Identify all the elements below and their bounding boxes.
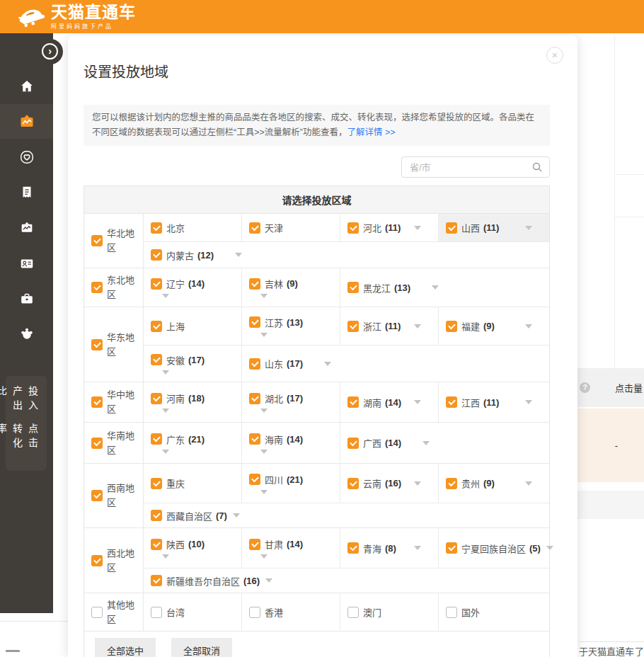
checkbox-icon[interactable] xyxy=(249,539,260,550)
province-cell[interactable]: 江苏(13) xyxy=(242,307,340,345)
checkbox-icon[interactable] xyxy=(151,278,162,290)
checkbox-icon[interactable] xyxy=(249,278,260,290)
checkbox-icon[interactable] xyxy=(347,542,359,554)
checkbox-icon[interactable] xyxy=(446,478,457,489)
province-cell[interactable]: 浙江(11) xyxy=(340,307,439,345)
chevron-down-icon[interactable] xyxy=(260,490,268,494)
chevron-down-icon[interactable] xyxy=(162,409,169,413)
checkbox-icon[interactable] xyxy=(249,474,260,485)
checkbox-icon[interactable] xyxy=(347,396,359,408)
checkbox-icon[interactable] xyxy=(249,316,260,328)
checkbox-icon[interactable] xyxy=(446,321,457,332)
checkbox-icon[interactable] xyxy=(151,222,162,234)
chevron-down-icon[interactable] xyxy=(162,294,169,298)
chevron-down-icon[interactable] xyxy=(414,324,421,328)
checkbox-icon[interactable] xyxy=(151,321,162,332)
province-cell[interactable]: 重庆 xyxy=(144,464,242,503)
sidebar-item-5[interactable] xyxy=(0,210,53,245)
checkbox-icon[interactable] xyxy=(347,321,359,332)
chevron-down-icon[interactable] xyxy=(260,450,268,454)
checkbox-icon[interactable] xyxy=(151,393,162,404)
region-checkbox[interactable]: 其他地区 xyxy=(84,593,144,631)
province-cell[interactable]: 新疆维吾尔自治区(16) xyxy=(144,569,549,593)
province-cell[interactable]: 陕西(10) xyxy=(144,528,242,568)
checkbox-icon[interactable] xyxy=(151,510,162,521)
checkbox-icon[interactable] xyxy=(151,433,162,445)
help-icon[interactable]: ? xyxy=(580,382,590,393)
chevron-down-icon[interactable] xyxy=(414,546,421,550)
chevron-down-icon[interactable] xyxy=(265,578,272,583)
region-checkbox[interactable]: 华北地区 xyxy=(84,214,144,268)
metric-ctr-label[interactable]: 点击转化率 xyxy=(12,423,40,461)
province-cell[interactable]: 北京 xyxy=(144,214,242,241)
brand-title[interactable]: 天猫直通车 xyxy=(51,4,136,21)
sidebar-item-2[interactable] xyxy=(0,104,53,139)
province-cell[interactable]: 西藏自治区(7) xyxy=(144,503,549,527)
province-cell[interactable]: 福建(9) xyxy=(439,307,549,345)
province-cell[interactable]: 山西(11) xyxy=(439,214,549,241)
checkbox-icon[interactable] xyxy=(347,607,359,618)
province-cell[interactable]: 黑龙江(13) xyxy=(340,268,549,307)
province-cell[interactable]: 甘肃(14) xyxy=(242,528,340,568)
province-cell[interactable]: 河南(18) xyxy=(144,382,242,422)
collapsed-widget-dash[interactable] xyxy=(6,650,20,652)
checkbox-icon[interactable] xyxy=(151,354,162,365)
province-cell[interactable]: 江西(11) xyxy=(439,382,549,422)
checkbox-icon[interactable] xyxy=(151,575,162,586)
checkbox-icon[interactable] xyxy=(91,438,103,449)
chevron-down-icon[interactable] xyxy=(525,481,532,486)
province-cell[interactable]: 海南(14) xyxy=(242,423,340,463)
chevron-down-icon[interactable] xyxy=(162,370,169,375)
sidebar-item-7[interactable] xyxy=(0,281,53,316)
chevron-down-icon[interactable] xyxy=(414,226,421,230)
chevron-down-icon[interactable] xyxy=(324,362,331,366)
province-cell[interactable]: 山东(17) xyxy=(242,345,549,382)
learn-more-link[interactable]: 了解详情 >> xyxy=(347,127,395,137)
province-cell[interactable]: 宁夏回族自治区(5) xyxy=(439,528,549,568)
checkbox-icon[interactable] xyxy=(249,607,260,618)
province-cell[interactable]: 上海 xyxy=(144,307,242,345)
expand-sidebar-button[interactable]: › xyxy=(42,43,58,59)
chevron-down-icon[interactable] xyxy=(235,253,242,257)
region-checkbox[interactable]: 华东地区 xyxy=(84,307,144,382)
search-icon[interactable] xyxy=(531,161,543,173)
chevron-down-icon[interactable] xyxy=(260,333,268,337)
checkbox-icon[interactable] xyxy=(446,396,457,408)
chevron-down-icon[interactable] xyxy=(233,513,240,518)
chevron-down-icon[interactable] xyxy=(546,546,553,550)
province-cell[interactable]: 贵州(9) xyxy=(439,464,549,503)
province-cell[interactable]: 河北(11) xyxy=(340,214,439,241)
province-cell[interactable]: 青海(8) xyxy=(340,528,439,568)
province-cell[interactable]: 吉林(9) xyxy=(242,268,340,307)
sidebar-item-1[interactable] xyxy=(0,69,53,103)
province-cell[interactable]: 台湾 xyxy=(144,593,242,631)
checkbox-icon[interactable] xyxy=(347,478,359,489)
province-cell[interactable]: 辽宁(14) xyxy=(144,268,242,307)
chevron-down-icon[interactable] xyxy=(525,400,532,404)
checkbox-icon[interactable] xyxy=(91,339,103,350)
checkbox-icon[interactable] xyxy=(91,555,103,566)
metrics-quick-panel[interactable]: 投入产出比 点击转化率 xyxy=(6,376,47,471)
province-cell[interactable]: 湖北(17) xyxy=(242,382,340,422)
province-cell[interactable]: 国外 xyxy=(439,593,549,631)
chevron-down-icon[interactable] xyxy=(432,285,439,290)
province-cell[interactable]: 天津 xyxy=(242,214,340,241)
search-input[interactable] xyxy=(408,161,531,173)
chevron-down-icon[interactable] xyxy=(422,441,430,445)
region-checkbox[interactable]: 东北地区 xyxy=(84,268,144,307)
checkbox-icon[interactable] xyxy=(91,235,103,246)
province-cell[interactable]: 香港 xyxy=(242,593,340,631)
deselect-all-button[interactable]: 全部取消 xyxy=(171,638,232,657)
province-cell[interactable]: 广东(21) xyxy=(144,423,242,463)
province-cell[interactable]: 内蒙古(12) xyxy=(144,242,549,268)
checkbox-icon[interactable] xyxy=(446,542,457,554)
checkbox-icon[interactable] xyxy=(151,607,162,618)
checkbox-icon[interactable] xyxy=(91,282,103,293)
checkbox-icon[interactable] xyxy=(151,539,162,550)
checkbox-icon[interactable] xyxy=(347,222,359,234)
checkbox-icon[interactable] xyxy=(249,358,260,370)
checkbox-icon[interactable] xyxy=(151,249,162,261)
checkbox-icon[interactable] xyxy=(91,490,103,501)
region-checkbox[interactable]: 华南地区 xyxy=(84,423,144,463)
chevron-down-icon[interactable] xyxy=(260,409,268,413)
